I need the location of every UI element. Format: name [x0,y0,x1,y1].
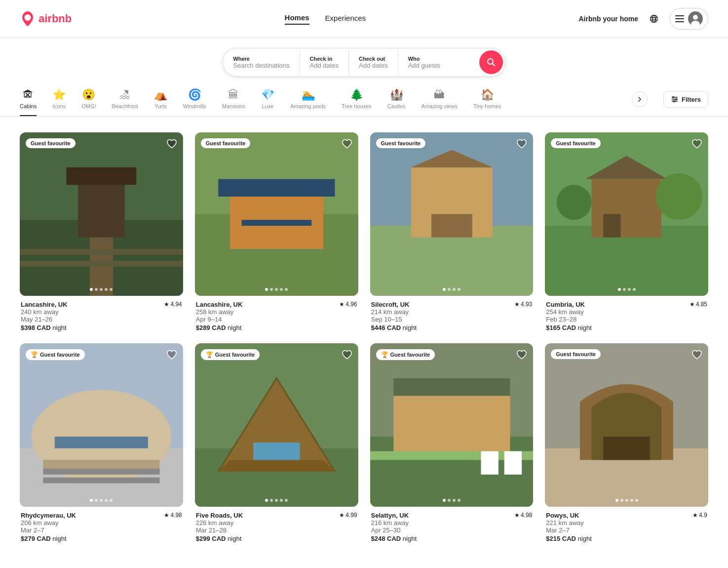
nav-experiences[interactable]: Experiences [325,14,366,24]
wishlist-button[interactable] [166,138,177,151]
category-icon-yurts: ⛺ [154,88,167,101]
filters-icon [671,95,679,103]
listing-info: Rhydcymerau, UK ★ 4.98 206 km away Mar 2… [20,507,183,542]
category-label-amazing-pools: Amazing pools [290,103,326,109]
menu-profile-button[interactable] [670,8,708,30]
svg-rect-30 [431,214,472,237]
wishlist-button[interactable] [166,349,177,362]
svg-rect-2 [675,21,684,22]
category-omg[interactable]: 😮 OMG! [81,88,96,116]
listing-distance: 221 km away [546,519,707,527]
category-icons[interactable]: ⭐ Icons [52,88,66,116]
filters-button[interactable]: Filters [663,91,708,108]
listing-image-container: Guest favourite [545,132,708,296]
category-beachfront[interactable]: 🏖 Beachfront [112,88,138,116]
svg-rect-17 [67,167,137,185]
heart-icon [342,349,352,360]
dot-indicator [110,499,113,502]
category-yurts[interactable]: ⛺ Yurts [154,88,167,116]
logo-text: airbnb [38,12,72,25]
listing-image-container: Guest favourite [370,132,534,296]
heart-icon [516,138,527,149]
search-button[interactable] [479,50,503,74]
category-castles[interactable]: 🏰 Castles [387,88,406,116]
listing-card[interactable]: Guest favourite Powys, UK ★ 4.9 221 km a… [545,343,708,542]
listing-top-row: Cumbria, UK ★ 4.85 [546,301,707,308]
avatar-icon [688,11,703,26]
nav-homes[interactable]: Homes [285,13,309,25]
who-label: Who [408,56,467,62]
category-amazing-views[interactable]: 🏔 Amazing views [421,88,458,116]
category-mansions[interactable]: 🏛 Mansions [222,88,245,116]
listing-top-row: Lancashire, UK ★ 4.94 [21,301,182,308]
guest-favourite-badge: 🏆 Guest favourite [201,349,260,360]
dot-indicator [453,288,456,291]
guest-favourite-badge: Guest favourite [26,138,76,148]
listing-rating: ★ 4.98 [514,512,532,519]
dot-indicator [615,499,618,502]
heart-icon [691,349,702,360]
svg-rect-57 [603,437,650,460]
language-button[interactable] [646,11,662,27]
listing-rating: ★ 4.94 [164,301,182,308]
wishlist-button[interactable] [691,138,702,151]
heart-icon [342,138,352,149]
listing-card[interactable]: Guest favourite Silecroft, UK ★ 4.93 214… [370,132,534,331]
svg-point-11 [672,97,674,98]
guest-favourite-badge: Guest favourite [551,349,601,359]
dot-indicator [105,288,108,291]
listing-price: $279 CAD night [21,535,182,542]
category-nav-next[interactable] [632,91,648,107]
wishlist-button[interactable] [516,349,527,362]
airbnb-home-button[interactable]: Airbnb your home [578,15,638,23]
listing-card[interactable]: Guest favourite Lancashire, UK ★ 4.96 25… [195,132,358,331]
listing-card[interactable]: Guest favourite Cumbria, UK ★ 4.85 254 k… [545,132,708,331]
category-icon-tiny-homes: 🏠 [481,88,494,101]
wishlist-button[interactable] [342,138,352,151]
listing-card[interactable]: 🏆 Guest favourite Selattyn, UK ★ 4.98 21… [370,343,534,542]
chevron-right-icon [637,96,643,102]
checkout-section[interactable]: Check out Add dates [349,50,398,75]
who-section[interactable]: Who Add guests [398,50,477,75]
dot-indicator [95,288,98,291]
category-luxe[interactable]: 💎 Luxe [261,88,274,116]
listing-distance: 254 km away [546,308,707,316]
listings-grid: Guest favourite Lancashire, UK ★ 4.94 24… [0,117,728,558]
logo[interactable]: airbnb [20,11,72,27]
category-label-tree-houses: Tree houses [342,103,372,109]
checkin-section[interactable]: Check in Add dates [300,50,349,75]
listing-card[interactable]: Guest favourite Lancashire, UK ★ 4.94 24… [20,132,183,331]
category-cabins[interactable]: 🏚 Cabins [20,88,37,116]
filters-label: Filters [682,96,701,103]
star-icon: ★ [514,512,520,519]
listing-rating: ★ 4.98 [164,512,182,519]
star-icon: ★ [339,512,345,519]
listing-location: Rhydcymerau, UK [21,512,76,519]
dot-indicator [285,288,288,291]
category-label-castles: Castles [387,103,406,109]
svg-rect-33 [592,179,662,238]
category-tiny-homes[interactable]: 🏠 Tiny homes [473,88,501,116]
listing-card[interactable]: 🏆 Guest favourite Five Roads, UK ★ 4.99 … [195,343,358,542]
dot-indicator [458,499,460,502]
wishlist-button[interactable] [342,349,352,362]
dot-indicator [453,499,456,502]
listing-location: Cumbria, UK [546,301,585,308]
star-icon: ★ [692,512,698,519]
where-section[interactable]: Where Search destinations [223,50,300,75]
category-windmills[interactable]: 🌀 Windmills [183,88,206,116]
badge-text: Guest favourite [381,140,421,146]
listing-top-row: Selattyn, UK ★ 4.98 [371,512,533,519]
category-amazing-pools[interactable]: 🏊 Amazing pools [290,88,326,116]
wishlist-button[interactable] [691,349,702,362]
wishlist-button[interactable] [516,138,527,151]
listing-location: Powys, UK [546,512,579,519]
search-bar: Where Search destinations Check in Add d… [223,48,505,77]
listing-dates: Mar 2–7 [546,527,707,534]
svg-rect-1 [675,18,684,19]
svg-rect-51 [393,378,510,396]
category-tree-houses[interactable]: 🌲 Tree houses [342,88,372,116]
listing-card[interactable]: 🏆 Guest favourite Rhydcymerau, UK ★ 4.98… [20,343,183,542]
svg-point-12 [675,99,677,100]
svg-rect-54 [504,451,521,474]
